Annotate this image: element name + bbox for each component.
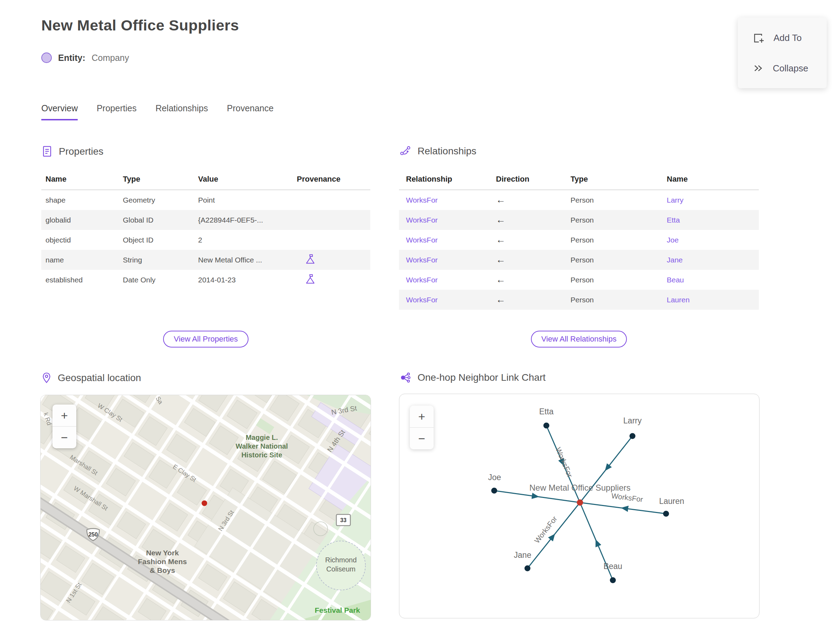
page-title: New Metal Office Suppliers (41, 17, 239, 34)
node-Lauren[interactable] (663, 511, 669, 517)
route-250-label: 250 (89, 532, 98, 537)
relationship-row[interactable]: WorksFor ← Person Etta (399, 210, 759, 230)
map-zoom-in-button[interactable]: + (52, 405, 76, 426)
chart-zoom-control: + − (410, 405, 434, 449)
direction-arrow: ← (496, 254, 571, 265)
relationship-link[interactable]: WorksFor (399, 296, 496, 304)
related-entity-type: Person (571, 276, 667, 284)
properties-table: Name Type Value Provenance shape Geometr… (41, 170, 370, 290)
link-chart-canvas: WorksForWorksForWorksForNew Metal Office… (399, 394, 759, 618)
node-label: Lauren (659, 497, 684, 505)
direction-arrow: ← (496, 294, 571, 305)
col-name: Name (41, 175, 123, 184)
chart-zoom-out-button[interactable]: − (410, 427, 434, 449)
related-entity-link[interactable]: Larry (667, 196, 759, 204)
tab[interactable]: Relationships (155, 103, 208, 120)
entity-detail-page: New Metal Office Suppliers Entity: Compa… (0, 0, 840, 639)
map-label: Coliseum (326, 565, 355, 573)
col-direction: Direction (496, 175, 571, 184)
tab[interactable]: Provenance (227, 103, 274, 120)
map[interactable]: + − 250 (40, 395, 371, 620)
view-all-relationships-button[interactable]: View All Relationships (531, 331, 627, 348)
col-name: Name (667, 175, 759, 184)
relationship-link[interactable]: WorksFor (399, 276, 496, 284)
relationship-link[interactable]: WorksFor (399, 196, 496, 204)
edge-label: WorksFor (533, 515, 558, 545)
related-entity-type: Person (571, 216, 667, 224)
relationship-row[interactable]: WorksFor ← Person Joe (399, 230, 759, 250)
map-label: Festival Park (315, 606, 360, 614)
link-chart-icon (400, 372, 412, 383)
property-type: Geometry (123, 196, 198, 204)
property-type: Global ID (123, 216, 198, 224)
add-to-button[interactable]: Add To (738, 32, 827, 44)
node-label: New Metal Office Suppliers (529, 483, 630, 493)
property-row[interactable]: objectid Object ID 2 (41, 230, 370, 250)
node-label: Larry (624, 416, 642, 425)
col-type: Type (123, 175, 198, 184)
property-value: Point (198, 196, 297, 204)
node-Joe[interactable] (492, 488, 497, 494)
relationship-link[interactable]: WorksFor (399, 256, 496, 264)
provenance-icon[interactable] (297, 253, 316, 266)
entity-location-marker[interactable] (202, 501, 207, 506)
map-label: Maggie L. (246, 434, 278, 441)
tab-bar: OverviewPropertiesRelationshipsProvenanc… (41, 103, 274, 120)
entity-label: Entity: (58, 53, 85, 63)
node-Jane[interactable] (525, 566, 531, 571)
geospatial-section-title: Geospatial location (58, 372, 141, 383)
col-relationship: Relationship (399, 175, 496, 184)
property-value: 2 (198, 236, 297, 244)
collapse-label: Collapse (773, 63, 808, 74)
state-route-shield: 33 (336, 514, 350, 526)
relationships-table: Relationship Direction Type Name WorksFo… (399, 170, 759, 310)
relationships-icon (400, 145, 412, 157)
node-Larry[interactable] (630, 433, 636, 439)
related-entity-link[interactable]: Joe (667, 236, 759, 244)
node-Beau[interactable] (610, 577, 616, 583)
relationship-link[interactable]: WorksFor (399, 216, 496, 224)
link-chart[interactable]: + − WorksForWorksForWorksForNew Metal Of… (399, 394, 759, 618)
relationship-row[interactable]: WorksFor ← Person Larry (399, 190, 759, 210)
related-entity-link[interactable]: Jane (667, 256, 759, 264)
provenance-icon[interactable] (297, 273, 316, 286)
node-center[interactable] (577, 499, 583, 505)
collapse-button[interactable]: Collapse (738, 63, 827, 74)
map-label: Walker National (235, 442, 288, 450)
relationship-row[interactable]: WorksFor ← Person Jane (399, 250, 759, 270)
relationship-link[interactable]: WorksFor (399, 236, 496, 244)
related-entity-type: Person (571, 196, 667, 204)
relationship-row[interactable]: WorksFor ← Person Lauren (399, 290, 759, 310)
property-type: Object ID (123, 236, 198, 244)
property-row[interactable]: name String New Metal Office ... (41, 250, 370, 270)
property-row[interactable]: globalid Global ID {A228944F-0EF5-... (41, 210, 370, 230)
property-name: objectid (41, 236, 123, 244)
view-all-properties-button[interactable]: View All Properties (163, 331, 248, 348)
properties-icon (41, 145, 53, 158)
col-value: Value (198, 175, 297, 184)
node-Etta[interactable] (544, 423, 549, 429)
map-zoom-out-button[interactable]: − (52, 426, 76, 448)
properties-section-header: Properties (41, 145, 103, 158)
related-entity-link[interactable]: Beau (667, 276, 759, 284)
chart-zoom-in-button[interactable]: + (410, 405, 434, 427)
edge-Jane-center[interactable] (527, 502, 580, 568)
related-entity-link[interactable]: Lauren (667, 296, 759, 304)
property-row[interactable]: shape Geometry Point (41, 190, 370, 210)
edge-Lauren-center[interactable] (580, 502, 666, 514)
edge-Larry-center[interactable] (580, 436, 632, 502)
tab[interactable]: Overview (41, 103, 78, 120)
properties-table-body: shape Geometry Point (41, 190, 370, 290)
property-row[interactable]: established Date Only 2014-01-23 (41, 270, 370, 290)
direction-arrow: ← (496, 195, 571, 205)
tab[interactable]: Properties (97, 103, 137, 120)
direction-arrow: ← (496, 274, 571, 285)
linkchart-section-title: One-hop Neighbor Link Chart (418, 372, 546, 383)
properties-section-title: Properties (59, 146, 103, 157)
relationship-row[interactable]: WorksFor ← Person Beau (399, 270, 759, 290)
relationships-table-header: Relationship Direction Type Name (399, 170, 759, 190)
edge-Joe-center[interactable] (494, 491, 580, 502)
geospatial-section-header: Geospatial location (41, 372, 141, 384)
related-entity-link[interactable]: Etta (667, 216, 759, 224)
node-label: Joe (488, 473, 501, 482)
